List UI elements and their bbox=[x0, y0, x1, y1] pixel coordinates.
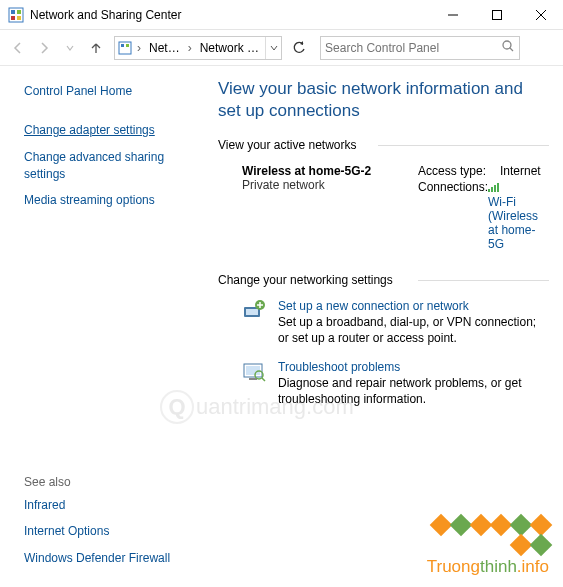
svg-rect-15 bbox=[491, 187, 493, 192]
wifi-signal-icon bbox=[488, 181, 500, 195]
active-network-row: Wireless at home-5G-2 Private network Ac… bbox=[218, 164, 553, 253]
seealso-link-defender-firewall[interactable]: Windows Defender Firewall bbox=[24, 550, 204, 567]
svg-rect-2 bbox=[17, 10, 21, 14]
svg-rect-14 bbox=[488, 189, 490, 192]
change-settings-header: Change your networking settings bbox=[218, 273, 553, 287]
setup-connection-icon bbox=[242, 299, 266, 323]
svg-line-8 bbox=[536, 10, 546, 20]
search-box[interactable] bbox=[320, 36, 520, 60]
troubleshoot-title: Troubleshoot problems bbox=[278, 360, 545, 374]
svg-rect-9 bbox=[119, 42, 131, 54]
back-button[interactable] bbox=[6, 36, 30, 60]
chevron-right-icon[interactable]: › bbox=[135, 41, 143, 55]
svg-rect-3 bbox=[11, 16, 15, 20]
access-type-label: Access type: bbox=[418, 164, 500, 178]
network-name: Wireless at home-5G-2 bbox=[242, 164, 418, 178]
app-icon bbox=[8, 7, 24, 23]
connections-label: Connections: bbox=[418, 180, 488, 251]
troubleshoot-desc: Diagnose and repair network problems, or… bbox=[278, 376, 545, 407]
refresh-button[interactable] bbox=[286, 36, 312, 60]
connection-link[interactable]: Wi-Fi (Wireless at home-5G bbox=[488, 195, 550, 251]
sidebar: Control Panel Home Change adapter settin… bbox=[0, 66, 218, 587]
navigation-bar: › Net… › Network … bbox=[0, 30, 563, 66]
search-icon[interactable] bbox=[501, 39, 515, 56]
search-input[interactable] bbox=[325, 41, 501, 55]
maximize-button[interactable] bbox=[475, 0, 519, 30]
svg-rect-16 bbox=[494, 185, 496, 192]
breadcrumb-icon bbox=[115, 41, 135, 55]
svg-line-25 bbox=[262, 378, 265, 381]
troubleshoot-icon bbox=[242, 360, 266, 384]
window-title: Network and Sharing Center bbox=[30, 8, 431, 22]
svg-rect-4 bbox=[17, 16, 21, 20]
access-type-value: Internet bbox=[500, 164, 541, 178]
breadcrumb[interactable]: › Net… › Network … bbox=[114, 36, 282, 60]
network-type: Private network bbox=[242, 178, 418, 192]
window-titlebar: Network and Sharing Center bbox=[0, 0, 563, 30]
troubleshoot-item[interactable]: Troubleshoot problems Diagnose and repai… bbox=[218, 360, 553, 407]
svg-rect-19 bbox=[246, 309, 258, 315]
active-networks-header: View your active networks bbox=[218, 138, 553, 152]
seealso-link-infrared[interactable]: Infrared bbox=[24, 497, 204, 514]
svg-rect-10 bbox=[121, 44, 124, 47]
forward-button[interactable] bbox=[32, 36, 56, 60]
up-button[interactable] bbox=[84, 36, 108, 60]
breadcrumb-dropdown[interactable] bbox=[265, 37, 281, 59]
control-panel-home-link[interactable]: Control Panel Home bbox=[24, 84, 204, 98]
close-button[interactable] bbox=[519, 0, 563, 30]
svg-rect-17 bbox=[497, 183, 499, 192]
svg-line-7 bbox=[536, 10, 546, 20]
page-heading: View your basic network information and … bbox=[218, 78, 553, 122]
main-panel: View your basic network information and … bbox=[218, 66, 563, 587]
sidebar-link-advanced-sharing[interactable]: Change advanced sharing settings bbox=[24, 149, 204, 183]
seealso-link-internet-options[interactable]: Internet Options bbox=[24, 523, 204, 540]
content-area: Control Panel Home Change adapter settin… bbox=[0, 66, 563, 587]
chevron-right-icon[interactable]: › bbox=[186, 41, 194, 55]
breadcrumb-segment-1[interactable]: Net… bbox=[143, 41, 186, 55]
see-also-header: See also bbox=[24, 475, 204, 489]
setup-connection-title: Set up a new connection or network bbox=[278, 299, 545, 313]
sidebar-link-media-streaming[interactable]: Media streaming options bbox=[24, 192, 204, 209]
svg-rect-6 bbox=[493, 10, 502, 19]
minimize-button[interactable] bbox=[431, 0, 475, 30]
breadcrumb-segment-2[interactable]: Network … bbox=[194, 41, 265, 55]
svg-point-12 bbox=[503, 41, 511, 49]
svg-rect-1 bbox=[11, 10, 15, 14]
setup-connection-item[interactable]: Set up a new connection or network Set u… bbox=[218, 299, 553, 346]
sidebar-link-adapter-settings[interactable]: Change adapter settings bbox=[24, 122, 204, 139]
setup-connection-desc: Set up a broadband, dial-up, or VPN conn… bbox=[278, 315, 545, 346]
recent-dropdown[interactable] bbox=[58, 36, 82, 60]
svg-line-13 bbox=[510, 48, 513, 51]
svg-rect-11 bbox=[126, 44, 129, 47]
